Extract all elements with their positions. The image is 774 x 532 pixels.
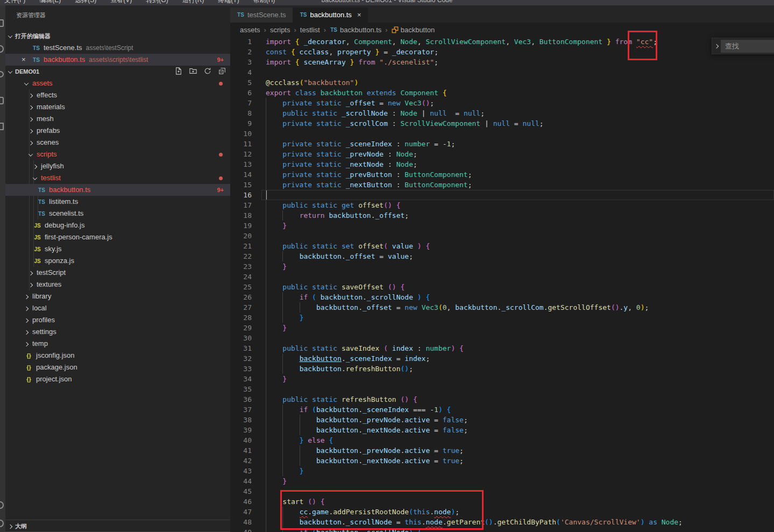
- extensions-icon[interactable]: [0, 123, 4, 130]
- tree-item-prefabs[interactable]: prefabs: [5, 125, 230, 137]
- new-folder-icon[interactable]: [189, 67, 197, 75]
- run-debug-icon[interactable]: [0, 97, 4, 104]
- tree-item-package.json[interactable]: {}package.json: [5, 361, 230, 373]
- breadcrumb-item-assets[interactable]: assets: [240, 26, 260, 34]
- tree-item-sky.js[interactable]: JSsky.js: [5, 243, 230, 255]
- tree-item-scripts[interactable]: scripts: [5, 148, 230, 160]
- account-icon[interactable]: [0, 501, 4, 509]
- code-line-19[interactable]: 19 }: [230, 221, 774, 231]
- code-line-40[interactable]: 40 } else {: [230, 435, 774, 445]
- code-line-4[interactable]: 4: [230, 67, 774, 77]
- code-line-21[interactable]: 21 public static set offset( value ) {: [230, 241, 774, 251]
- code-line-14[interactable]: 14 private static _prevButton : ButtonCo…: [230, 169, 774, 180]
- tab-testScene.ts[interactable]: TStestScene.ts: [230, 8, 293, 23]
- code-line-44[interactable]: 44 }: [230, 476, 774, 486]
- code-line-3[interactable]: 3import { sceneArray } from "./scenelist…: [230, 57, 774, 67]
- breadcrumb-item-backbutton[interactable]: backbutton: [392, 26, 435, 34]
- open-editor-testScene.ts[interactable]: TStestScene.tsassets\testScript: [5, 42, 230, 54]
- code-line-39[interactable]: 39 backbutton._nextNode.active = false;: [230, 425, 774, 435]
- code-line-23[interactable]: 23 }: [230, 261, 774, 272]
- tree-item-library[interactable]: library: [5, 290, 230, 302]
- tree-item-debug-info.js[interactable]: JSdebug-info.js: [5, 219, 230, 231]
- code-line-25[interactable]: 25 public static saveOffset () {: [230, 282, 774, 292]
- tree-item-testlist[interactable]: testlist: [5, 172, 230, 184]
- breadcrumb-item-scripts[interactable]: scripts: [270, 26, 290, 34]
- code-line-15[interactable]: 15 private static _nextButton : ButtonCo…: [230, 180, 774, 190]
- code-line-33[interactable]: 33 backbutton.refreshButton();: [230, 364, 774, 374]
- tree-item-project.json[interactable]: {}project.json: [5, 373, 230, 385]
- code-line-7[interactable]: 7 private static _offset = new Vec3();: [230, 98, 774, 108]
- code-line-17[interactable]: 17 public static get offset() {: [230, 200, 774, 210]
- code-line-2[interactable]: 2const { ccclass, property } = _decorato…: [230, 47, 774, 57]
- source-control-icon[interactable]: [0, 71, 4, 77]
- code-line-47[interactable]: 47 cc.game.addPersistRootNode(this.node)…: [230, 507, 774, 517]
- code-line-41[interactable]: 41 backbutton._prevNode.active = true;: [230, 445, 774, 456]
- tab-backbutton.ts[interactable]: TSbackbutton.ts×: [293, 8, 368, 23]
- tree-item-jsconfig.json[interactable]: {}jsconfig.json: [5, 350, 230, 361]
- settings-gear-icon[interactable]: [0, 520, 4, 527]
- code-line-5[interactable]: 5@ccclass("backbutton"): [230, 77, 774, 88]
- code-line-26[interactable]: 26 if ( backbutton._scrollNode ) {: [230, 292, 774, 302]
- code-line-45[interactable]: 45: [230, 486, 774, 496]
- collapse-all-icon[interactable]: [218, 67, 226, 75]
- code-line-6[interactable]: 6export class backbutton extends Compone…: [230, 88, 774, 98]
- code-line-31[interactable]: 31 public static saveIndex ( index : num…: [230, 343, 774, 353]
- code-line-38[interactable]: 38 backbutton._prevNode.active = false;: [230, 415, 774, 425]
- code-line-28[interactable]: 28 }: [230, 313, 774, 323]
- code-line-18[interactable]: 18 return backbutton._offset;: [230, 210, 774, 221]
- code-line-11[interactable]: 11 private static _sceneIndex : number =…: [230, 139, 774, 149]
- tree-item-profiles[interactable]: profiles: [5, 314, 230, 326]
- outline-section-header[interactable]: 大纲: [5, 520, 230, 531]
- tree-item-assets[interactable]: assets: [5, 77, 230, 89]
- project-header[interactable]: DEMO01: [5, 66, 230, 77]
- search-icon[interactable]: [0, 45, 4, 53]
- breadcrumb-item-backbutton.ts[interactable]: TSbackbutton.ts: [330, 26, 381, 34]
- tree-item-local[interactable]: local: [5, 302, 230, 314]
- close-icon[interactable]: ×: [22, 54, 26, 66]
- code-line-35[interactable]: 35: [230, 384, 774, 394]
- code-line-29[interactable]: 29 }: [230, 323, 774, 333]
- find-toggle-replace-button[interactable]: [712, 38, 721, 54]
- code-line-30[interactable]: 30: [230, 333, 774, 343]
- explorer-icon[interactable]: [0, 19, 4, 27]
- tree-item-sponza.js[interactable]: JSsponza.js: [5, 255, 230, 267]
- new-file-icon[interactable]: [175, 67, 182, 75]
- code-line-10[interactable]: 10: [230, 129, 774, 139]
- tree-item-jellyfish[interactable]: jellyfish: [5, 160, 230, 172]
- find-input[interactable]: [721, 40, 774, 53]
- code-line-12[interactable]: 12 private static _prevNode : Node;: [230, 149, 774, 159]
- code-line-34[interactable]: 34 }: [230, 374, 774, 384]
- tree-item-scenelist.ts[interactable]: TSscenelist.ts: [5, 208, 230, 219]
- code-line-32[interactable]: 32 backbutton._sceneIndex = index;: [230, 353, 774, 364]
- close-icon[interactable]: ×: [357, 8, 361, 23]
- code-line-16[interactable]: 16: [230, 190, 774, 200]
- tree-item-backbutton.ts[interactable]: TSbackbutton.ts9+: [5, 184, 230, 196]
- code-line-20[interactable]: 20: [230, 231, 774, 241]
- code-line-42[interactable]: 42 backbutton._nextNode.active = true;: [230, 456, 774, 466]
- code-line-13[interactable]: 13 private static _nextNode : Node;: [230, 159, 774, 169]
- code-line-49[interactable]: 49 if (backbutton._scrollNode) {: [230, 527, 774, 532]
- tree-item-first-person-camera.js[interactable]: JSfirst-person-camera.js: [5, 231, 230, 243]
- tree-item-textures[interactable]: textures: [5, 279, 230, 290]
- tree-item-effects[interactable]: effects: [5, 89, 230, 101]
- code-line-9[interactable]: 9 private static _scrollCom : ScrollView…: [230, 118, 774, 129]
- tree-item-materials[interactable]: materials: [5, 101, 230, 113]
- code-line-43[interactable]: 43 }: [230, 466, 774, 476]
- tree-item-temp[interactable]: temp: [5, 338, 230, 350]
- code-line-8[interactable]: 8 public static _scrollNode : Node | nul…: [230, 108, 774, 118]
- breadcrumb-item-testlist[interactable]: testlist: [300, 26, 320, 34]
- code-line-24[interactable]: 24: [230, 272, 774, 282]
- tree-item-listitem.ts[interactable]: TSlistitem.ts: [5, 196, 230, 208]
- code-line-37[interactable]: 37 if (backbutton._sceneIndex === -1) {: [230, 405, 774, 415]
- tree-item-scenes[interactable]: scenes: [5, 137, 230, 148]
- refresh-icon[interactable]: [204, 67, 211, 75]
- tree-item-settings[interactable]: settings: [5, 326, 230, 338]
- tree-item-mesh[interactable]: mesh: [5, 113, 230, 125]
- code-line-27[interactable]: 27 backbutton._offset = new Vec3(0, back…: [230, 302, 774, 313]
- code-line-48[interactable]: 48 backbutton._scrollNode = this.node.ge…: [230, 517, 774, 527]
- open-editor-backbutton.ts[interactable]: ×TSbackbutton.tsassets\scripts\testlist9…: [5, 54, 230, 66]
- open-editors-header[interactable]: 打开的编辑器: [5, 30, 230, 42]
- code-line-1[interactable]: 1import { _decorator, Component, Node, S…: [230, 37, 774, 47]
- code-line-36[interactable]: 36 public static refreshButton () {: [230, 394, 774, 405]
- tree-item-testScript[interactable]: testScript: [5, 267, 230, 279]
